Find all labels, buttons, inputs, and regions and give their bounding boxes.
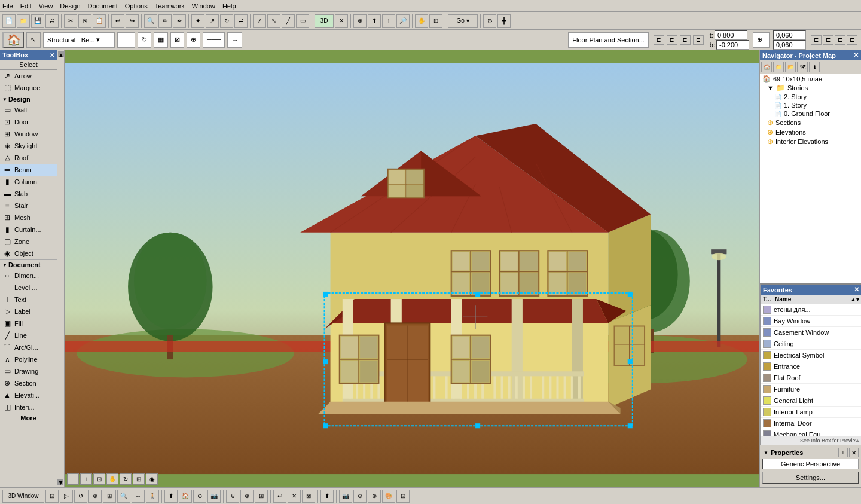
camera-pos-btn[interactable]: ⊕ xyxy=(753,32,770,48)
vp-wire-btn[interactable]: ⊞ xyxy=(133,473,145,485)
fav-ceiling[interactable]: Ceiling xyxy=(761,338,861,350)
bt-icon-23[interactable]: ⊡ xyxy=(396,490,410,503)
shade-btn[interactable]: ▦ xyxy=(154,32,168,48)
fav-furniture[interactable]: Furniture xyxy=(761,384,861,395)
tool-zone[interactable]: ▢ Zone xyxy=(0,236,57,248)
menu-document[interactable]: Document xyxy=(88,2,118,10)
tool-curtain[interactable]: ▮ Curtain... xyxy=(0,224,57,236)
bt-walk-btn[interactable]: 🚶 xyxy=(146,490,159,503)
fav-general-light[interactable]: General Light xyxy=(761,395,861,407)
camera-side-btn[interactable]: ⊏ xyxy=(667,35,677,45)
tool-window[interactable]: ⊞ Window xyxy=(0,128,57,140)
tool-dimen[interactable]: ↔ Dimen... xyxy=(0,270,57,282)
line-button[interactable]: ╱ xyxy=(282,14,295,28)
bt-icon-17[interactable]: ⊠ xyxy=(302,490,315,503)
print-button[interactable]: 🖨 xyxy=(45,14,59,28)
mirror-button[interactable]: ⇌ xyxy=(234,14,248,28)
bt-icon-15[interactable]: ↩ xyxy=(273,490,286,503)
menu-design[interactable]: Design xyxy=(60,2,80,10)
camera-top-btn[interactable]: ⊏ xyxy=(680,35,691,45)
bt-icon-21[interactable]: ⊕ xyxy=(368,490,381,503)
menu-file[interactable]: File xyxy=(2,2,13,10)
toolbox-close-btn[interactable]: ✕ xyxy=(50,52,54,59)
tool-object[interactable]: ◉ Object xyxy=(0,248,57,259)
tree-story-2[interactable]: 📄 2. Story xyxy=(760,93,861,101)
resize-button[interactable]: ⤡ xyxy=(267,14,280,28)
tool-column[interactable]: ▮ Column xyxy=(0,176,57,188)
save-button[interactable]: 💾 xyxy=(31,14,44,28)
scroll-up-btn[interactable]: ▲ xyxy=(58,51,64,57)
vp-orbit-btn[interactable]: ↻ xyxy=(120,473,132,485)
fav-bay-window[interactable]: Bay Window xyxy=(761,316,861,327)
section-design[interactable]: Design xyxy=(0,94,57,104)
prop-icon-btn-1[interactable]: + xyxy=(838,448,848,457)
bt-icon-16[interactable]: ✕ xyxy=(288,490,301,503)
tool-fill[interactable]: ▣ Fill xyxy=(0,317,57,329)
fav-steny[interactable]: стены для... xyxy=(761,304,861,316)
fav-flat-roof[interactable]: Flat Roof xyxy=(761,372,861,384)
pen-style-btn[interactable]: — xyxy=(117,32,135,48)
nav-info-btn[interactable]: ℹ xyxy=(809,62,820,72)
bt-icon-10[interactable]: ⊙ xyxy=(193,490,206,503)
refresh-btn[interactable]: ↻ xyxy=(138,32,151,48)
bt-icon-13[interactable]: ⊕ xyxy=(240,490,254,503)
menu-window[interactable]: Window xyxy=(192,2,215,10)
bt-icon-4[interactable]: ⊕ xyxy=(88,490,102,503)
tool-elevation[interactable]: ▲ Elevati... xyxy=(0,389,57,401)
tool-stair[interactable]: ≡ Stair xyxy=(0,200,57,212)
vp-zoom-in-btn[interactable]: + xyxy=(80,473,92,485)
scroll-down-btn[interactable]: ▼ xyxy=(57,479,63,485)
floor-plan-section-btn[interactable]: Floor Plan and Section... xyxy=(568,32,648,48)
tool-section[interactable]: ⊕ Section xyxy=(0,377,57,389)
navigator-close-btn[interactable]: ✕ xyxy=(853,51,859,59)
fav-interior-lamp[interactable]: Interior Lamp xyxy=(761,407,861,418)
menu-view[interactable]: View xyxy=(39,2,53,10)
settings-button[interactable]: Settings... xyxy=(762,472,859,484)
section-document[interactable]: Document xyxy=(0,259,57,270)
nav-1-btn[interactable]: ⊏ xyxy=(811,35,822,45)
fav-casement-window[interactable]: Casement Window xyxy=(761,327,861,338)
camera-3d-btn[interactable]: ⊏ xyxy=(693,35,704,45)
magic-button[interactable]: ✦ xyxy=(191,14,204,28)
zoom-scale-btn[interactable]: ⊕ xyxy=(187,32,200,48)
redo-button[interactable]: ↪ xyxy=(126,14,139,28)
tool-text[interactable]: T Text xyxy=(0,294,57,306)
tool-wall[interactable]: ▭ Wall xyxy=(0,104,57,116)
rect-button[interactable]: ▭ xyxy=(296,14,309,28)
arrow-btn[interactable]: → xyxy=(227,32,242,48)
tree-stories[interactable]: ▼ 📁 Stories xyxy=(760,83,861,93)
copy-button[interactable]: ⎘ xyxy=(78,14,91,28)
tool-arc[interactable]: ⌒ Arc/Gi... xyxy=(0,341,57,353)
fav-electrical[interactable]: Electrical Symbol xyxy=(761,350,861,361)
fit-button[interactable]: ⊡ xyxy=(429,14,442,28)
walk-button[interactable]: ⬆ xyxy=(368,14,381,28)
bt-icon-22[interactable]: 🎨 xyxy=(382,490,395,503)
menu-teamwork[interactable]: Teamwork xyxy=(155,2,185,10)
bt-icon-20[interactable]: ⊙ xyxy=(353,490,367,503)
tree-root[interactable]: 🏠 69 10x10,5 план xyxy=(760,74,861,83)
nav-map-btn[interactable]: 🗺 xyxy=(797,62,808,72)
t-input[interactable]: 0,800 xyxy=(715,30,747,40)
cut-button[interactable]: ✂ xyxy=(64,14,77,28)
tool-mesh[interactable]: ⊞ Mesh xyxy=(0,212,57,224)
nav-folder2-btn[interactable]: 📂 xyxy=(785,62,796,72)
open-button[interactable]: 📁 xyxy=(17,14,30,28)
bt-icon-9[interactable]: 🏠 xyxy=(179,490,192,503)
undo-button[interactable]: ↩ xyxy=(111,14,124,28)
bt-icon-3[interactable]: ↺ xyxy=(74,490,87,503)
nav-home-btn[interactable]: 🏠 xyxy=(761,62,772,72)
nav-folder-btn[interactable]: 📁 xyxy=(773,62,784,72)
vp-zoom-out-btn[interactable]: − xyxy=(67,473,79,485)
tool-label[interactable]: ▷ Label xyxy=(0,306,57,317)
b-input[interactable]: -0,200 xyxy=(716,40,749,50)
tool-slab[interactable]: ▬ Slab xyxy=(0,188,57,200)
arrow-select-button[interactable]: ↗ xyxy=(206,14,219,28)
bt-icon-7[interactable]: ↔ xyxy=(132,490,145,503)
tool-interior[interactable]: ◫ Interi... xyxy=(0,401,57,413)
goto-btn[interactable]: Go ▾ xyxy=(448,14,478,28)
menu-edit[interactable]: Edit xyxy=(20,2,32,10)
tool-door[interactable]: ⊡ Door xyxy=(0,116,57,128)
toolbox-select-tool[interactable]: Select xyxy=(0,60,57,70)
favorites-close-btn[interactable]: ✕ xyxy=(854,286,859,294)
menu-help[interactable]: Help xyxy=(222,2,236,10)
